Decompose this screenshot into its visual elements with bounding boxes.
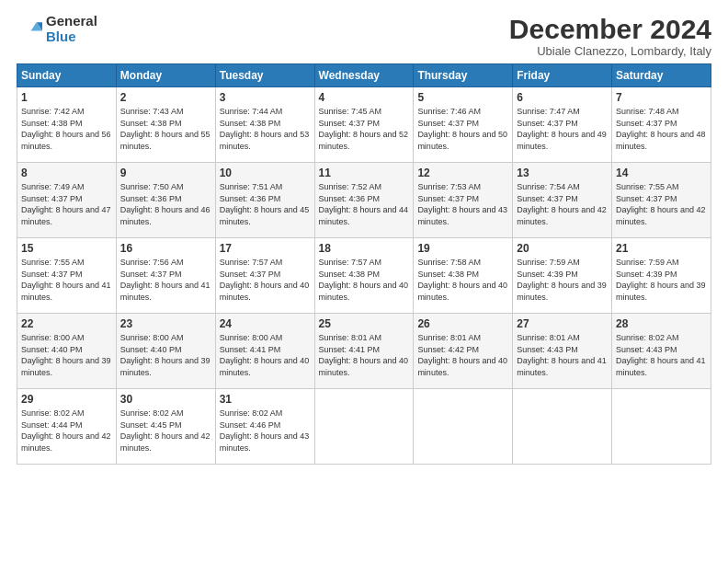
logo-icon [17, 17, 42, 42]
calendar-day-cell: 7 Sunrise: 7:48 AM Sunset: 4:37 PM Dayli… [612, 87, 711, 163]
title-section: December 2024 Ubiale Clanezzo, Lombardy,… [509, 14, 711, 58]
calendar-day-cell: 24 Sunrise: 8:00 AM Sunset: 4:41 PM Dayl… [215, 314, 314, 389]
calendar-day-cell: 29 Sunrise: 8:02 AM Sunset: 4:44 PM Dayl… [17, 389, 117, 465]
col-wednesday: Wednesday [314, 64, 414, 87]
day-number: 12 [417, 167, 508, 179]
day-number: 3 [220, 91, 311, 104]
calendar-day-cell: 11 Sunrise: 7:52 AM Sunset: 4:36 PM Dayl… [314, 163, 414, 238]
day-info: Sunrise: 7:59 AM Sunset: 4:39 PM Dayligh… [616, 257, 707, 303]
day-info: Sunrise: 7:58 AM Sunset: 4:38 PM Dayligh… [417, 257, 508, 303]
col-friday: Friday [513, 64, 612, 87]
calendar-day-cell: 4 Sunrise: 7:45 AM Sunset: 4:37 PM Dayli… [314, 87, 414, 163]
calendar-day-cell: 1 Sunrise: 7:42 AM Sunset: 4:38 PM Dayli… [17, 87, 117, 163]
calendar-day-cell: 30 Sunrise: 8:02 AM Sunset: 4:45 PM Dayl… [116, 389, 215, 465]
day-info: Sunrise: 7:54 AM Sunset: 4:37 PM Dayligh… [517, 181, 608, 227]
calendar-day-cell: 8 Sunrise: 7:49 AM Sunset: 4:37 PM Dayli… [17, 163, 117, 238]
day-number: 24 [220, 317, 311, 330]
day-number: 16 [120, 242, 211, 255]
day-info: Sunrise: 8:02 AM Sunset: 4:45 PM Dayligh… [120, 408, 211, 454]
calendar-day-cell: 14 Sunrise: 7:55 AM Sunset: 4:37 PM Dayl… [612, 163, 711, 238]
month-title: December 2024 [509, 14, 711, 44]
day-number: 4 [319, 91, 410, 104]
day-number: 30 [120, 393, 211, 406]
day-info: Sunrise: 7:59 AM Sunset: 4:39 PM Dayligh… [517, 257, 608, 303]
calendar-page: General Blue December 2024 Ubiale Clanez… [0, 0, 728, 563]
day-number: 9 [120, 167, 211, 179]
location: Ubiale Clanezzo, Lombardy, Italy [509, 44, 711, 58]
day-number: 23 [120, 317, 211, 330]
day-number: 6 [517, 91, 608, 104]
day-info: Sunrise: 8:00 AM Sunset: 4:40 PM Dayligh… [21, 332, 112, 378]
calendar-day-cell: 17 Sunrise: 7:57 AM Sunset: 4:37 PM Dayl… [215, 238, 314, 314]
calendar-day-cell: 9 Sunrise: 7:50 AM Sunset: 4:36 PM Dayli… [116, 163, 215, 238]
calendar-day-cell: 10 Sunrise: 7:51 AM Sunset: 4:36 PM Dayl… [215, 163, 314, 238]
day-info: Sunrise: 7:55 AM Sunset: 4:37 PM Dayligh… [21, 257, 112, 303]
day-number: 20 [517, 242, 608, 255]
col-monday: Monday [116, 64, 215, 87]
day-number: 7 [616, 91, 707, 104]
day-info: Sunrise: 7:48 AM Sunset: 4:37 PM Dayligh… [616, 106, 707, 152]
day-number: 26 [417, 317, 508, 330]
calendar-day-cell [612, 389, 711, 465]
calendar-day-cell: 28 Sunrise: 8:02 AM Sunset: 4:43 PM Dayl… [612, 314, 711, 389]
day-info: Sunrise: 7:52 AM Sunset: 4:36 PM Dayligh… [319, 181, 410, 227]
calendar-day-cell: 15 Sunrise: 7:55 AM Sunset: 4:37 PM Dayl… [17, 238, 117, 314]
calendar-day-cell: 19 Sunrise: 7:58 AM Sunset: 4:38 PM Dayl… [414, 238, 513, 314]
calendar-week-row: 8 Sunrise: 7:49 AM Sunset: 4:37 PM Dayli… [17, 163, 711, 238]
logo: General Blue [17, 14, 97, 44]
day-info: Sunrise: 8:01 AM Sunset: 4:41 PM Dayligh… [319, 332, 410, 378]
day-info: Sunrise: 8:01 AM Sunset: 4:42 PM Dayligh… [417, 332, 508, 378]
calendar-day-cell: 25 Sunrise: 8:01 AM Sunset: 4:41 PM Dayl… [314, 314, 414, 389]
day-info: Sunrise: 7:47 AM Sunset: 4:37 PM Dayligh… [517, 106, 608, 152]
day-info: Sunrise: 7:51 AM Sunset: 4:36 PM Dayligh… [220, 181, 311, 227]
day-number: 25 [319, 317, 410, 330]
calendar-day-cell: 21 Sunrise: 7:59 AM Sunset: 4:39 PM Dayl… [612, 238, 711, 314]
logo-general: General [46, 14, 97, 29]
col-tuesday: Tuesday [215, 64, 314, 87]
logo-text: General Blue [46, 14, 97, 44]
calendar-day-cell: 12 Sunrise: 7:53 AM Sunset: 4:37 PM Dayl… [414, 163, 513, 238]
day-number: 19 [417, 242, 508, 255]
day-info: Sunrise: 7:43 AM Sunset: 4:38 PM Dayligh… [120, 106, 211, 152]
day-info: Sunrise: 7:45 AM Sunset: 4:37 PM Dayligh… [319, 106, 410, 152]
day-number: 8 [21, 167, 112, 179]
calendar-day-cell: 5 Sunrise: 7:46 AM Sunset: 4:37 PM Dayli… [414, 87, 513, 163]
day-number: 18 [319, 242, 410, 255]
day-number: 31 [220, 393, 311, 406]
calendar-day-cell [513, 389, 612, 465]
calendar-day-cell: 27 Sunrise: 8:01 AM Sunset: 4:43 PM Dayl… [513, 314, 612, 389]
calendar-day-cell: 20 Sunrise: 7:59 AM Sunset: 4:39 PM Dayl… [513, 238, 612, 314]
day-info: Sunrise: 7:56 AM Sunset: 4:37 PM Dayligh… [120, 257, 211, 303]
calendar-day-cell [314, 389, 414, 465]
day-info: Sunrise: 7:57 AM Sunset: 4:37 PM Dayligh… [220, 257, 311, 303]
calendar-day-cell [414, 389, 513, 465]
logo-blue: Blue [46, 29, 97, 45]
day-info: Sunrise: 7:50 AM Sunset: 4:36 PM Dayligh… [120, 181, 211, 227]
day-number: 13 [517, 167, 608, 179]
day-info: Sunrise: 8:02 AM Sunset: 4:44 PM Dayligh… [21, 408, 112, 454]
page-header: General Blue December 2024 Ubiale Clanez… [17, 14, 711, 58]
col-saturday: Saturday [612, 64, 711, 87]
day-info: Sunrise: 7:55 AM Sunset: 4:37 PM Dayligh… [616, 181, 707, 227]
day-number: 10 [220, 167, 311, 179]
calendar-day-cell: 3 Sunrise: 7:44 AM Sunset: 4:38 PM Dayli… [215, 87, 314, 163]
calendar-table: Sunday Monday Tuesday Wednesday Thursday… [17, 63, 711, 465]
day-number: 17 [220, 242, 311, 255]
day-number: 28 [616, 317, 707, 330]
calendar-week-row: 29 Sunrise: 8:02 AM Sunset: 4:44 PM Dayl… [17, 389, 711, 465]
day-info: Sunrise: 7:57 AM Sunset: 4:38 PM Dayligh… [319, 257, 410, 303]
day-info: Sunrise: 8:00 AM Sunset: 4:41 PM Dayligh… [220, 332, 311, 378]
day-number: 11 [319, 167, 410, 179]
day-number: 2 [120, 91, 211, 104]
day-number: 27 [517, 317, 608, 330]
calendar-header-row: Sunday Monday Tuesday Wednesday Thursday… [17, 64, 711, 87]
day-info: Sunrise: 7:46 AM Sunset: 4:37 PM Dayligh… [417, 106, 508, 152]
calendar-day-cell: 26 Sunrise: 8:01 AM Sunset: 4:42 PM Dayl… [414, 314, 513, 389]
day-info: Sunrise: 8:00 AM Sunset: 4:40 PM Dayligh… [120, 332, 211, 378]
day-info: Sunrise: 8:02 AM Sunset: 4:43 PM Dayligh… [616, 332, 707, 378]
day-number: 21 [616, 242, 707, 255]
day-info: Sunrise: 7:49 AM Sunset: 4:37 PM Dayligh… [21, 181, 112, 227]
day-number: 15 [21, 242, 112, 255]
day-info: Sunrise: 7:53 AM Sunset: 4:37 PM Dayligh… [417, 181, 508, 227]
calendar-day-cell: 2 Sunrise: 7:43 AM Sunset: 4:38 PM Dayli… [116, 87, 215, 163]
